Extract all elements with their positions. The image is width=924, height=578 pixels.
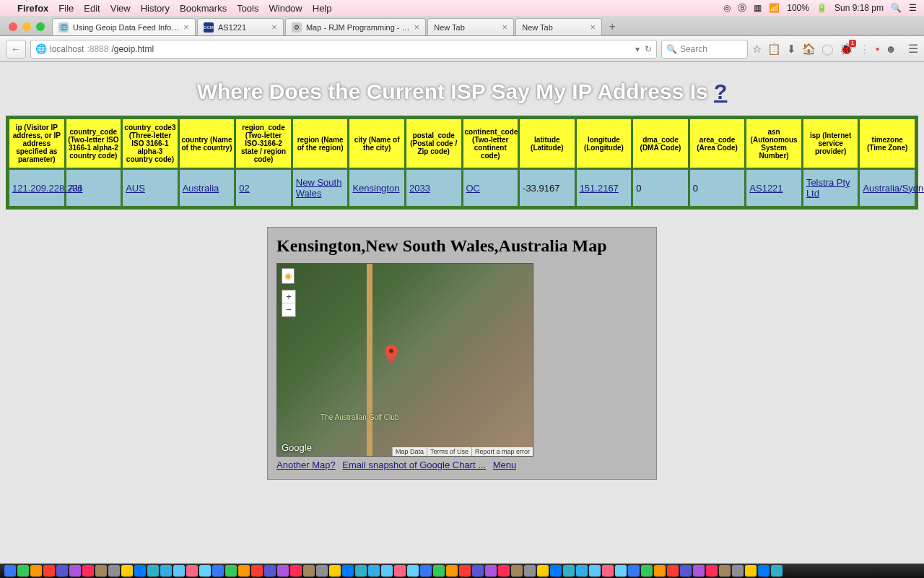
extension-badge-icon[interactable]: 🐞 <box>840 43 853 56</box>
menu-view[interactable]: View <box>110 3 131 14</box>
dock-app-icon[interactable] <box>511 565 523 577</box>
dock-app-icon[interactable] <box>589 565 601 577</box>
dock-app-icon[interactable] <box>147 565 159 577</box>
menu-help[interactable]: Help <box>313 3 332 14</box>
pocket-icon[interactable]: ☻ <box>885 43 897 55</box>
new-tab-button[interactable]: + <box>603 18 621 35</box>
dock-app-icon[interactable] <box>472 565 484 577</box>
browser-tab[interactable]: DCM AS1221 × <box>197 18 284 35</box>
close-tab-icon[interactable]: × <box>590 22 596 33</box>
dock-app-icon[interactable] <box>433 565 445 577</box>
dock-app-icon[interactable] <box>745 565 757 577</box>
extension-icon[interactable]: • <box>876 43 879 55</box>
url-bar[interactable]: 🌐 localhost:8888/geoip.html ▾ ↻ <box>30 40 657 59</box>
browser-tab[interactable]: 🌐 Using Geoip Data Feed Info… × <box>52 18 196 35</box>
dock-app-icon[interactable] <box>303 565 315 577</box>
wifi-icon[interactable]: 📶 <box>769 3 780 13</box>
dock-app-icon[interactable] <box>134 565 146 577</box>
dock-app-icon[interactable] <box>160 565 172 577</box>
reader-mode-icon[interactable]: ▾ ↻ <box>635 44 652 54</box>
menu-history[interactable]: History <box>141 3 170 14</box>
dock-app-icon[interactable] <box>615 565 627 577</box>
status-icon[interactable]: ▦ <box>754 3 762 13</box>
cell-continent-code[interactable]: OC <box>466 183 481 194</box>
dock-app-icon[interactable] <box>667 565 679 577</box>
dock-app-icon[interactable] <box>680 565 692 577</box>
dock-app-icon[interactable] <box>82 565 94 577</box>
cell-timezone[interactable]: Australia/Sydney <box>863 183 924 194</box>
cell-asn[interactable]: AS1221 <box>749 183 783 194</box>
cell-postal-code[interactable]: 2033 <box>409 183 430 194</box>
browser-tab[interactable]: New Tab × <box>515 18 602 35</box>
menu-link[interactable]: Menu <box>493 460 517 470</box>
clock[interactable]: Sun 9:18 pm <box>834 3 884 13</box>
dock-app-icon[interactable] <box>4 565 16 577</box>
cell-country[interactable]: Australia <box>183 183 219 194</box>
menu-window[interactable]: Window <box>269 3 302 14</box>
menu-file[interactable]: File <box>58 3 74 14</box>
menu-edit[interactable]: Edit <box>84 3 100 14</box>
dock-app-icon[interactable] <box>17 565 29 577</box>
dock-app-icon[interactable] <box>43 565 55 577</box>
dock-app-icon[interactable] <box>485 565 497 577</box>
search-bar[interactable]: 🔍 Search <box>661 40 748 59</box>
bookmark-star-icon[interactable]: ☆ <box>752 43 762 56</box>
dock-app-icon[interactable] <box>693 565 705 577</box>
close-tab-icon[interactable]: × <box>271 22 277 33</box>
map-data-link[interactable]: Map Data <box>392 447 427 456</box>
map-canvas[interactable]: ◉ + − The Australian Golf Club Google Ma… <box>276 263 533 457</box>
home-icon[interactable]: 🏠 <box>802 43 816 56</box>
dock-app-icon[interactable] <box>316 565 328 577</box>
menu-tools[interactable]: Tools <box>237 3 258 14</box>
dock-app-icon[interactable] <box>264 565 276 577</box>
dock-app-icon[interactable] <box>563 565 575 577</box>
hamburger-menu-icon[interactable]: ☰ <box>908 42 918 56</box>
download-icon[interactable]: ⬇ <box>787 43 796 56</box>
cell-region-code[interactable]: 02 <box>239 183 249 194</box>
map-report-link[interactable]: Report a map error <box>471 447 533 456</box>
cell-longitude[interactable]: 151.2167 <box>580 183 619 194</box>
dock-app-icon[interactable] <box>719 565 731 577</box>
zoom-in-button[interactable]: + <box>282 290 295 303</box>
dock-app-icon[interactable] <box>30 565 42 577</box>
dock-app-icon[interactable] <box>498 565 510 577</box>
dock-app-icon[interactable] <box>238 565 250 577</box>
dock-app-icon[interactable] <box>576 565 588 577</box>
zoom-out-button[interactable]: − <box>282 303 295 316</box>
sync-icon[interactable]: ◯ <box>821 43 834 56</box>
dock-app-icon[interactable] <box>95 565 107 577</box>
dock-app-icon[interactable] <box>121 565 133 577</box>
dock-app-icon[interactable] <box>290 565 302 577</box>
another-map-link[interactable]: Another Map? <box>276 460 336 470</box>
email-snapshot-link[interactable]: Email snapshot of Google Chart ... <box>342 460 486 470</box>
status-icon[interactable]: Ⓑ <box>738 2 746 14</box>
dock-app-icon[interactable] <box>108 565 120 577</box>
dock-app-icon[interactable] <box>446 565 458 577</box>
close-window-button[interactable] <box>9 22 17 31</box>
browser-tab[interactable]: ⚙ Map - RJM Programming - … × <box>285 18 426 35</box>
dock-app-icon[interactable] <box>420 565 432 577</box>
app-name[interactable]: Firefox <box>17 3 48 14</box>
dock-app-icon[interactable] <box>407 565 419 577</box>
dock-app-icon[interactable] <box>394 565 406 577</box>
dock-app-icon[interactable] <box>368 565 380 577</box>
dock-app-icon[interactable] <box>225 565 237 577</box>
spotlight-icon[interactable]: 🔍 <box>891 3 902 13</box>
dock-app-icon[interactable] <box>355 565 367 577</box>
cell-region[interactable]: New South Wales <box>296 177 342 199</box>
dock-app-icon[interactable] <box>381 565 393 577</box>
notification-center-icon[interactable]: ☰ <box>909 3 917 13</box>
dock-app-icon[interactable] <box>524 565 536 577</box>
cell-isp[interactable]: Telstra Pty Ltd <box>806 177 850 199</box>
extension-icon[interactable]: ⋮ <box>859 43 870 56</box>
dock-app-icon[interactable] <box>56 565 68 577</box>
reading-list-icon[interactable]: 📋 <box>767 43 781 56</box>
menu-bookmarks[interactable]: Bookmarks <box>180 3 227 14</box>
dock-app-icon[interactable] <box>459 565 471 577</box>
minimize-window-button[interactable] <box>22 22 31 31</box>
close-tab-icon[interactable]: × <box>183 22 189 33</box>
dock-app-icon[interactable] <box>654 565 666 577</box>
dock-app-icon[interactable] <box>771 565 783 577</box>
cell-country-code[interactable]: AU <box>69 183 82 194</box>
dock-app-icon[interactable] <box>69 565 81 577</box>
